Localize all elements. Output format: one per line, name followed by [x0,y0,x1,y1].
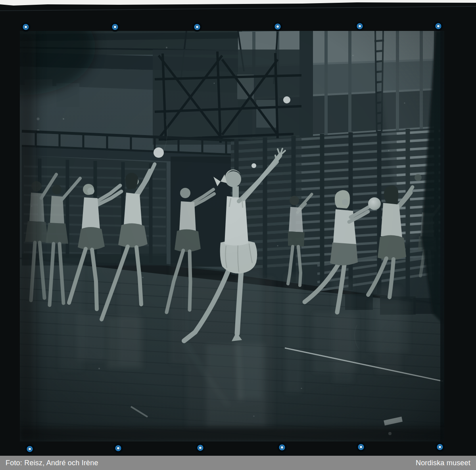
registration-dot [355,21,365,31]
vignette [20,31,444,441]
registration-dot [435,442,445,452]
photograph [0,0,444,456]
photographer-credit: Foto: Reisz, André och Irène [6,459,98,467]
caption-bar: Foto: Reisz, André och Irène Nordiska mu… [0,456,476,470]
registration-dot [21,22,31,32]
registration-dot [113,443,123,453]
registration-dot [192,22,202,32]
registration-dot [25,444,35,454]
registration-dot [110,22,120,32]
registration-dot [434,21,443,31]
film-frame-scan [0,0,476,456]
museum-credit: Nordiska museet [416,459,470,467]
registration-dot [277,443,287,452]
registration-dot [196,443,205,453]
registration-dot [273,22,282,31]
scanned-photo-page: Foto: Reisz, André och Irène Nordiska mu… [0,0,476,470]
registration-dot [356,442,366,452]
